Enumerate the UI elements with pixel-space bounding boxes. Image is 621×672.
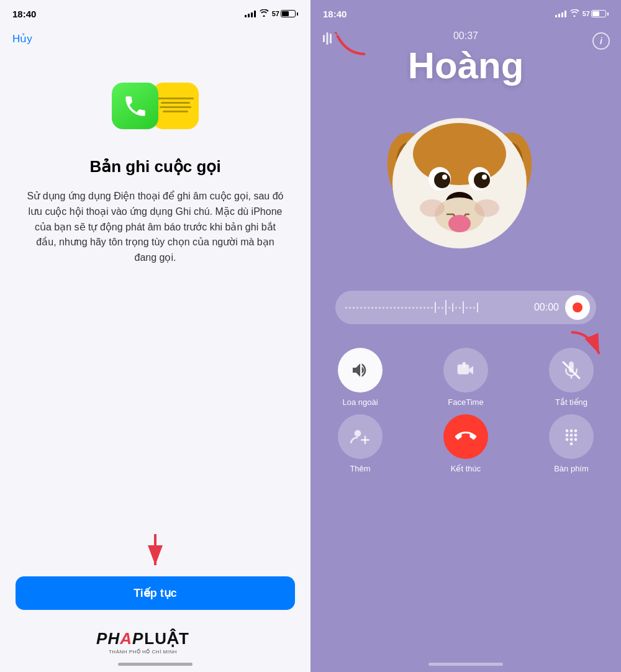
svg-point-30 bbox=[355, 430, 361, 437]
battery-icon: 57 bbox=[272, 10, 298, 17]
svg-rect-3 bbox=[327, 32, 329, 45]
svg-rect-4 bbox=[330, 34, 332, 43]
speaker-icon bbox=[350, 360, 370, 380]
svg-point-43 bbox=[570, 442, 573, 445]
svg-point-15 bbox=[474, 172, 490, 188]
phone-icon bbox=[122, 93, 148, 119]
waveform bbox=[345, 300, 534, 315]
add-control[interactable]: Thêm bbox=[329, 414, 391, 473]
facetime-control[interactable]: FaceTime bbox=[435, 348, 497, 407]
svg-point-39 bbox=[574, 434, 578, 437]
signal-icon bbox=[245, 10, 256, 17]
end-call-circle bbox=[443, 414, 488, 459]
left-title: Bản ghi cuộc gọi bbox=[89, 157, 220, 176]
speaker-label: Loa ngoài bbox=[342, 397, 378, 407]
svg-point-42 bbox=[574, 438, 578, 441]
end-call-label: Kết thúc bbox=[451, 464, 481, 473]
watermark-p: P bbox=[132, 629, 143, 648]
continue-btn-container: Tiếp tục bbox=[0, 576, 310, 610]
svg-point-11 bbox=[413, 123, 506, 185]
left-panel: 18:40 57 Hủy bbox=[0, 0, 310, 672]
battery-percent: 57 bbox=[272, 10, 279, 17]
cancel-button[interactable]: Hủy bbox=[12, 32, 32, 45]
continue-button[interactable]: Tiếp tục bbox=[16, 576, 295, 610]
keypad-circle bbox=[549, 414, 594, 459]
arrow-down-indicator bbox=[140, 534, 171, 574]
svg-point-17 bbox=[482, 175, 487, 179]
facetime-circle bbox=[443, 348, 488, 393]
caller-name: Hoàng bbox=[408, 44, 524, 87]
keypad-icon bbox=[563, 428, 580, 445]
arrow-mic-indicator bbox=[334, 32, 368, 60]
mute-label: Tắt tiếng bbox=[555, 397, 587, 407]
add-circle bbox=[338, 414, 383, 459]
phone-app-icon bbox=[112, 83, 158, 129]
right-status-bar: 18:40 57 bbox=[310, 0, 621, 27]
add-label: Thêm bbox=[350, 464, 370, 473]
mute-icon bbox=[562, 361, 581, 379]
left-header: Hủy bbox=[0, 27, 310, 45]
rec-timer: 00:00 bbox=[534, 302, 559, 313]
end-call-icon bbox=[455, 426, 476, 447]
svg-point-38 bbox=[570, 434, 573, 437]
right-signal-icon bbox=[555, 10, 566, 17]
watermark-sub: THÀNH PHỐ HỒ CHÍ MINH bbox=[96, 649, 189, 655]
svg-point-16 bbox=[442, 175, 447, 179]
facetime-icon bbox=[456, 361, 476, 379]
svg-rect-25 bbox=[458, 365, 469, 375]
home-indicator bbox=[118, 663, 193, 666]
left-status-bar: 18:40 57 bbox=[0, 0, 310, 27]
svg-point-34 bbox=[566, 429, 569, 432]
right-battery-icon: 57 bbox=[582, 10, 609, 17]
speaker-control[interactable]: Loa ngoài bbox=[329, 348, 391, 407]
svg-rect-2 bbox=[323, 35, 325, 42]
speaker-circle bbox=[338, 348, 383, 393]
watermark-luat: LUẬT bbox=[144, 629, 189, 648]
watermark-a-red: A bbox=[120, 629, 132, 648]
left-status-time: 18:40 bbox=[12, 9, 36, 19]
left-description: Sử dụng ứng dụng Điện thoại để ghi âm cu… bbox=[0, 189, 310, 266]
info-button[interactable]: i bbox=[592, 32, 610, 50]
keypad-label: Bàn phím bbox=[554, 464, 589, 473]
svg-point-37 bbox=[566, 434, 569, 437]
wifi-icon bbox=[259, 9, 269, 19]
call-timer: 00:37 bbox=[453, 30, 478, 42]
mic-wave-indicator bbox=[320, 30, 334, 50]
left-status-icons: 57 bbox=[245, 9, 298, 19]
record-dot bbox=[573, 302, 582, 312]
facetime-label: FaceTime bbox=[448, 397, 483, 407]
watermark-ph: PH bbox=[96, 629, 120, 648]
right-status-icons: 57 bbox=[555, 8, 609, 19]
right-status-time: 18:40 bbox=[323, 9, 347, 19]
svg-point-14 bbox=[434, 172, 450, 188]
app-icons-container bbox=[112, 83, 199, 138]
svg-point-26 bbox=[463, 362, 466, 365]
right-home-indicator bbox=[428, 663, 503, 666]
right-battery-percent: 57 bbox=[582, 10, 590, 17]
notes-app-icon bbox=[152, 83, 199, 129]
svg-point-35 bbox=[570, 429, 573, 432]
watermark: PH A P LUẬT THÀNH PHỐ HỒ CHÍ MINH bbox=[96, 629, 189, 655]
arrow-record-indicator bbox=[568, 329, 602, 363]
svg-point-36 bbox=[574, 429, 578, 432]
end-call-control[interactable]: Kết thúc bbox=[435, 414, 497, 473]
svg-point-41 bbox=[570, 438, 573, 441]
recording-bar: 00:00 bbox=[335, 291, 596, 324]
svg-point-23 bbox=[474, 199, 499, 217]
svg-point-40 bbox=[566, 438, 569, 441]
svg-point-22 bbox=[420, 199, 445, 217]
keypad-control[interactable]: Bàn phím bbox=[540, 414, 602, 473]
record-button[interactable] bbox=[565, 295, 590, 320]
right-panel: 18:40 57 bbox=[310, 0, 621, 672]
right-wifi-icon bbox=[569, 8, 579, 19]
add-person-icon bbox=[350, 427, 370, 447]
dog-animoji bbox=[373, 93, 559, 279]
controls-row-2: Thêm Kết thúc bbox=[329, 414, 602, 473]
controls-row-1: Loa ngoài FaceTime bbox=[329, 348, 602, 407]
